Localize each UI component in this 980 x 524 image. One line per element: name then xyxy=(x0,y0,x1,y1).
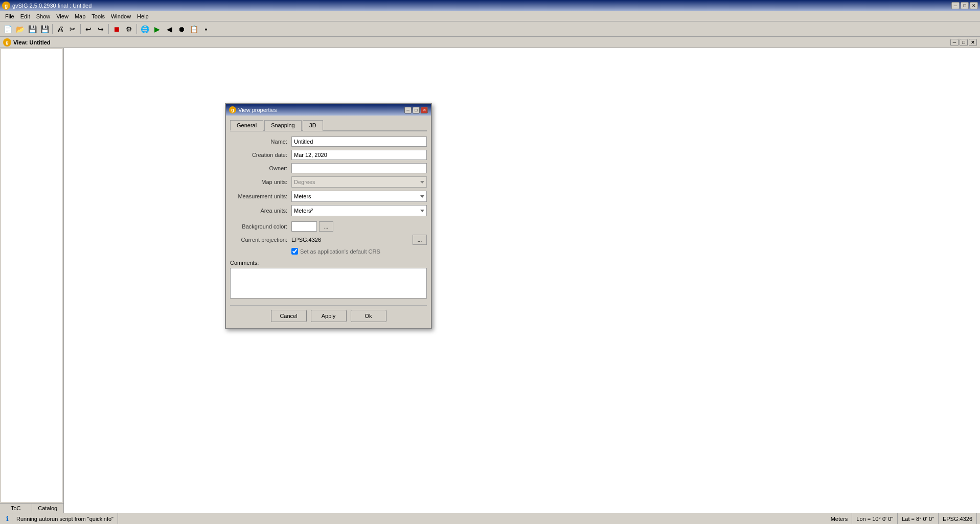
cancel-button[interactable]: Cancel xyxy=(271,310,307,322)
dialog-title-bar: g View properties ─ □ ✕ xyxy=(226,104,431,116)
toolbar-print[interactable]: 🖨 xyxy=(55,24,66,35)
status-bar: ℹ Running autorun script from "quickinfo… xyxy=(0,513,980,524)
menu-edit[interactable]: Edit xyxy=(17,12,33,20)
owner-label: Owner: xyxy=(230,165,291,171)
toolbar-cut[interactable]: ✂ xyxy=(67,24,78,35)
dialog-minimize-button[interactable]: ─ xyxy=(404,107,412,113)
toolbar-play[interactable]: ▶ xyxy=(151,24,163,35)
title-bar: g gvSIG 2.5.0.2930 final : Untitled ─ □ … xyxy=(0,0,980,11)
name-label: Name: xyxy=(230,139,291,145)
dialog-close-button[interactable]: ✕ xyxy=(421,107,428,113)
menu-map[interactable]: Map xyxy=(72,12,88,20)
creation-date-input[interactable] xyxy=(291,150,427,160)
toolbar-sep2 xyxy=(80,24,81,34)
app-title: gvSIG 2.5.0.2930 final : Untitled xyxy=(12,3,92,9)
status-running-text: Running autorun script from "quickinfo" xyxy=(12,513,118,524)
toolbar: 📄 📂 💾 💾 🖨 ✂ ↩ ↪ ⏹ ⚙ 🌐 ▶ ◀ ⏺ 📋 ▪ xyxy=(0,21,980,37)
name-row: Name: xyxy=(230,136,427,147)
menu-show[interactable]: Show xyxy=(33,12,54,20)
dialog-icon: g xyxy=(229,106,236,113)
view-bar-buttons: ─ □ ✕ xyxy=(950,39,977,46)
toolbar-back[interactable]: ◀ xyxy=(164,24,175,35)
map-units-row: Map units: Degrees xyxy=(230,176,427,188)
crs-checkbox[interactable] xyxy=(291,248,298,255)
background-color-row: Background color: ... xyxy=(230,221,427,232)
apply-button[interactable]: Apply xyxy=(311,310,347,322)
toolbar-sep3 xyxy=(108,24,109,34)
tab-3d[interactable]: 3D xyxy=(303,120,323,131)
projection-value: EPSG:4326 xyxy=(291,237,406,243)
menu-tools[interactable]: Tools xyxy=(88,12,108,20)
menu-file[interactable]: File xyxy=(2,12,17,20)
app-icon: g xyxy=(2,2,10,10)
toolbar-undo[interactable]: ↩ xyxy=(83,24,94,35)
measurement-units-select[interactable]: Meters Kilometers Feet Miles xyxy=(291,191,427,202)
menu-help[interactable]: Help xyxy=(134,12,152,20)
tab-snapping[interactable]: Snapping xyxy=(264,120,302,131)
creation-date-label: Creation date: xyxy=(230,152,291,158)
owner-input[interactable] xyxy=(291,163,427,173)
name-input[interactable] xyxy=(291,136,427,147)
title-bar-buttons: ─ □ ✕ xyxy=(951,2,978,9)
close-button[interactable]: ✕ xyxy=(970,2,978,9)
comments-section: Comments: xyxy=(230,260,427,300)
area-units-row: Area units: Meters² Kilometers² Feet² xyxy=(230,205,427,216)
current-projection-label: Current projection: xyxy=(230,237,291,243)
comments-textarea[interactable] xyxy=(230,268,427,299)
dialog-maximize-button[interactable]: □ xyxy=(413,107,420,113)
toolbar-record[interactable]: ⏺ xyxy=(176,24,187,35)
view-maximize-button[interactable]: □ xyxy=(960,39,968,46)
title-bar-left: g gvSIG 2.5.0.2930 final : Untitled xyxy=(2,2,92,10)
status-lon: Lon = 10° 0' 0" xyxy=(852,513,898,524)
sidebar-tab-toc[interactable]: ToC xyxy=(0,504,32,513)
dialog-content: General Snapping 3D Name: Creation date:… xyxy=(226,116,431,328)
owner-row: Owner: xyxy=(230,163,427,173)
minimize-button[interactable]: ─ xyxy=(951,2,960,9)
toolbar-clipboard[interactable]: 📋 xyxy=(188,24,199,35)
toolbar-settings[interactable]: ⚙ xyxy=(123,24,134,35)
status-running-icon: ℹ xyxy=(3,513,12,524)
view-minimize-button[interactable]: ─ xyxy=(950,39,959,46)
maximize-button[interactable]: □ xyxy=(961,2,969,9)
sidebar-tabs: ToC Catalog xyxy=(0,503,63,513)
status-lat: Lat = 8° 0' 0" xyxy=(898,513,939,524)
toolbar-sep1 xyxy=(52,24,53,34)
content-area: g View properties ─ □ ✕ General Snapping… xyxy=(64,48,980,513)
view-properties-dialog: g View properties ─ □ ✕ General Snapping… xyxy=(225,103,432,329)
dialog-tabs: General Snapping 3D xyxy=(230,120,427,131)
area-units-select[interactable]: Meters² Kilometers² Feet² xyxy=(291,205,427,216)
view-bar: g View: Untitled ─ □ ✕ xyxy=(0,37,980,48)
measurement-units-row: Measurement units: Meters Kilometers Fee… xyxy=(230,191,427,202)
projection-ellipsis-button[interactable]: ... xyxy=(413,235,427,245)
menu-window[interactable]: Window xyxy=(108,12,134,20)
dialog-title: View properties xyxy=(238,107,277,113)
menu-bar: File Edit Show View Map Tools Window Hel… xyxy=(0,11,980,21)
sidebar-tab-catalog[interactable]: Catalog xyxy=(32,504,64,513)
map-units-label: Map units: xyxy=(230,179,291,185)
toolbar-open[interactable]: 📂 xyxy=(14,24,26,35)
toolbar-sep4 xyxy=(136,24,137,34)
color-swatch[interactable] xyxy=(291,221,317,232)
toolbar-small[interactable]: ▪ xyxy=(200,24,212,35)
menu-view[interactable]: View xyxy=(53,12,72,20)
sidebar: ToC Catalog xyxy=(0,48,64,513)
sidebar-content xyxy=(1,49,62,502)
toolbar-globe[interactable]: 🌐 xyxy=(139,24,150,35)
toolbar-save[interactable]: 💾 xyxy=(27,24,38,35)
toolbar-redo[interactable]: ↪ xyxy=(95,24,106,35)
background-color-label: Background color: xyxy=(230,223,291,230)
area-units-label: Area units: xyxy=(230,208,291,214)
crs-checkbox-row: Set as application's default CRS xyxy=(291,248,427,255)
view-icon: g xyxy=(3,38,11,47)
tab-general[interactable]: General xyxy=(230,120,263,131)
main-area: ToC Catalog g View properties ─ □ ✕ xyxy=(0,48,980,513)
map-units-select: Degrees xyxy=(291,176,427,188)
view-title: View: Untitled xyxy=(13,39,51,45)
toolbar-save2[interactable]: 💾 xyxy=(39,24,50,35)
color-ellipsis-button[interactable]: ... xyxy=(319,221,333,232)
toolbar-stop[interactable]: ⏹ xyxy=(111,24,122,35)
ok-button[interactable]: Ok xyxy=(351,310,386,322)
toolbar-new[interactable]: 📄 xyxy=(2,24,13,35)
crs-checkbox-label: Set as application's default CRS xyxy=(300,248,380,255)
view-close-button[interactable]: ✕ xyxy=(969,39,977,46)
